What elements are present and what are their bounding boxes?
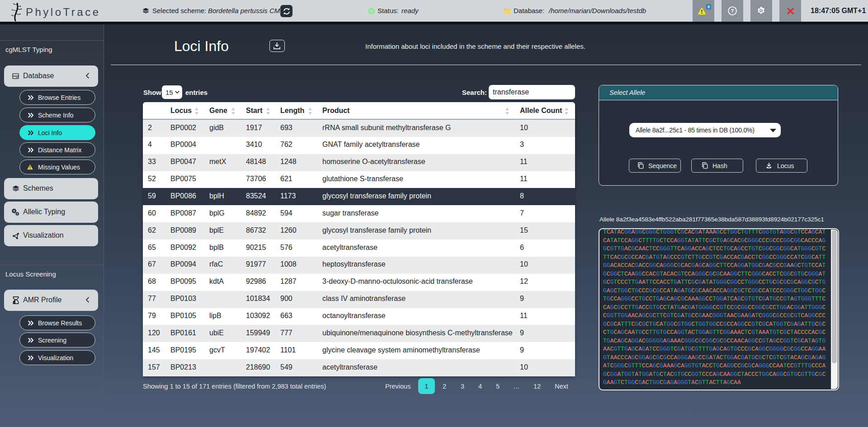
svg-text:?: ? [731, 8, 734, 14]
